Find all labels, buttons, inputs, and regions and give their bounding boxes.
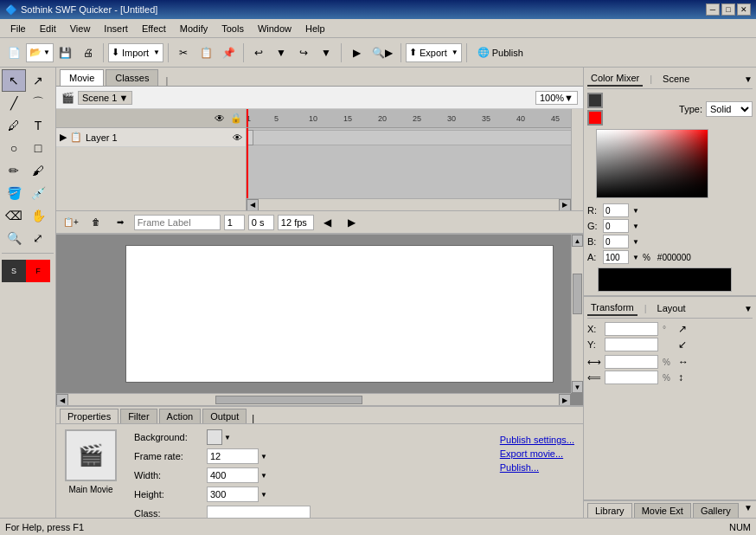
frame-time-input[interactable] [248,215,274,230]
class-input[interactable] [207,506,311,518]
menu-effect[interactable]: Effect [135,22,173,35]
lock-icon[interactable]: 🔒 [230,113,242,124]
import-dropdown[interactable]: ⬇ Import ▼ [108,43,163,62]
eye-icon[interactable]: 👁 [215,113,225,125]
width-arrow[interactable]: ▼ [260,472,267,480]
canvas-hthumb[interactable] [215,396,362,404]
pen-tool[interactable]: 🖊 [2,114,26,137]
canvas-scroll-left[interactable]: ◀ [56,394,68,405]
text-tool[interactable]: T [26,114,50,137]
framerate-arrow[interactable]: ▼ [260,453,267,461]
canvas-scroll-down[interactable]: ▼ [572,381,583,393]
save-button[interactable]: 💾 [55,42,76,63]
tab-output[interactable]: Output [202,409,247,423]
tab-filter[interactable]: Filter [120,409,157,423]
menu-insert[interactable]: Insert [97,22,135,35]
export-movie-link[interactable]: Export movie... [500,448,574,459]
b-arrow[interactable]: ▼ [632,238,639,246]
hand-tool[interactable]: ✋ [26,204,50,227]
stroke-color[interactable]: S [2,260,26,282]
test-button[interactable]: 🔍▶ [368,42,396,63]
layer-eye-toggle[interactable]: 👁 [233,132,242,143]
tab-movie[interactable]: Movie [60,69,104,86]
publish-settings-link[interactable]: Publish settings... [500,435,574,445]
menu-edit[interactable]: Edit [33,22,63,35]
export-dropdown[interactable]: ⬆ Export ▼ [406,43,462,62]
cut-button[interactable]: ✂ [173,42,194,63]
new-button[interactable]: 📄 [3,42,24,63]
scroll-right-btn[interactable]: ▶ [559,199,571,211]
framerate-input[interactable] [207,448,259,464]
scene-dropdown[interactable]: Scene 1 ▼ [78,91,132,105]
fps-input[interactable] [278,215,314,230]
timeline-vscroll[interactable] [571,109,583,210]
g-input[interactable] [603,219,629,233]
stroke-swatch[interactable] [587,93,603,108]
r-arrow[interactable]: ▼ [632,207,639,215]
copy-button[interactable]: 📋 [195,42,216,63]
transform-tab[interactable]: Transform [587,300,637,316]
scale-x-input[interactable] [605,355,658,369]
minimize-button[interactable]: ─ [706,3,720,16]
frame-row[interactable] [247,128,571,147]
width-input[interactable] [207,467,259,483]
tab-movie-ext[interactable]: Movie Ext [634,503,691,518]
canvas-hscroll[interactable]: ◀ ▶ [56,393,571,405]
scroll-left-btn[interactable]: ◀ [247,199,259,211]
scale-y-input[interactable] [605,371,658,384]
frame-num-input[interactable] [224,215,245,230]
tab-action[interactable]: Action [159,409,202,423]
tab-properties[interactable]: Properties [60,409,119,423]
transform-arrow[interactable]: ▼ [744,304,753,313]
dropper-tool[interactable]: 💉 [26,182,50,204]
bottom-tabs-arrow[interactable]: ▼ [744,503,753,518]
pencil-tool[interactable]: ✏ [2,159,26,182]
eraser-tool[interactable]: ⌫ [2,204,26,227]
open-dropdown[interactable]: 📂▼ [26,43,54,62]
paint-tool[interactable]: 🪣 [2,182,26,204]
color-mixer-tab[interactable]: Color Mixer [587,71,643,87]
b-input[interactable] [603,235,629,248]
a-input[interactable] [603,250,629,264]
redo-button[interactable]: ↪ [293,42,314,63]
menu-view[interactable]: View [63,22,98,35]
height-input[interactable] [207,487,259,502]
a-arrow[interactable]: ▼ [632,254,639,261]
scene-tab[interactable]: Scene [659,72,693,86]
canvas-vthumb[interactable] [573,274,582,314]
menu-window[interactable]: Window [251,22,298,35]
timeline-hscroll[interactable]: ◀ ▶ [247,198,571,210]
next-frame-btn[interactable]: ▶ [342,212,362,233]
y-input[interactable] [605,338,658,351]
redo-dropdown[interactable]: ▼ [316,42,336,63]
bg-color-swatch[interactable] [207,429,222,445]
print-button[interactable]: 🖨 [78,42,99,63]
layout-tab[interactable]: Layout [654,301,689,315]
color-panel-arrow[interactable]: ▼ [744,74,753,84]
publish-button[interactable]: 🌐 Publish [471,42,529,63]
menu-modify[interactable]: Modify [173,22,215,35]
restore-button[interactable]: □ [721,3,735,16]
menu-file[interactable]: File [3,22,33,35]
rect-tool[interactable]: □ [26,137,50,159]
menu-tools[interactable]: Tools [215,22,251,35]
paste-button[interactable]: 📌 [218,42,239,63]
arrow-tool[interactable]: ↖ [2,69,26,92]
undo-button[interactable]: ↩ [248,42,269,63]
layer-1-row[interactable]: ▶ 📋 Layer 1 👁 [56,128,246,147]
magnify-tool[interactable]: 🔍 [2,227,26,249]
brush-tool[interactable]: 🖌 [26,159,50,182]
subselect-tool[interactable]: ↗ [26,69,50,92]
fill-swatch[interactable] [587,110,603,126]
type-select[interactable]: Solid Linear Radial [706,101,753,117]
frame-label-input[interactable] [134,215,221,230]
add-layer-btn[interactable]: 📋+ [60,212,82,233]
tab-library[interactable]: Library [587,503,632,518]
delete-layer-btn[interactable]: 🗑 [86,212,106,233]
tab-classes[interactable]: Classes [106,69,158,86]
transform-tool[interactable]: ⤢ [26,227,50,249]
height-arrow[interactable]: ▼ [260,491,267,499]
menu-help[interactable]: Help [298,22,332,35]
zoom-dropdown[interactable]: 100% ▼ [535,91,578,105]
undo-dropdown[interactable]: ▼ [271,42,292,63]
